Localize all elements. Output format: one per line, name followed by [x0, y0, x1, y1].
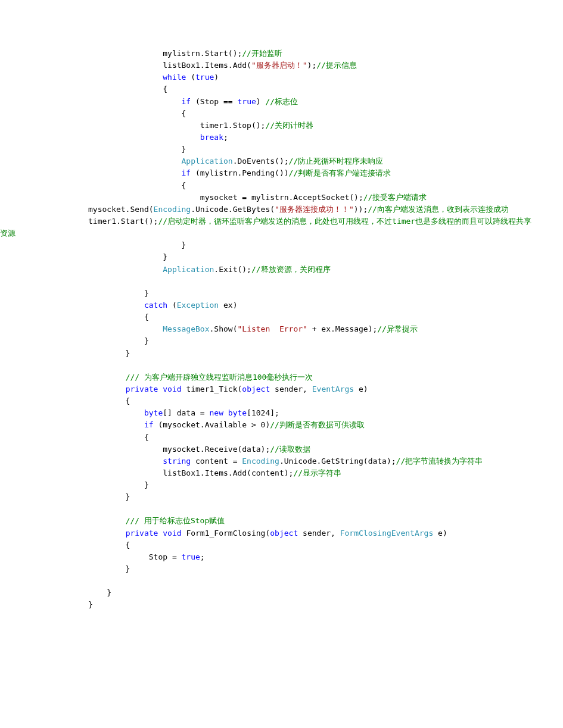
code-text: + ex.Message); [307, 324, 377, 333]
code-text: ; [200, 552, 205, 561]
code-comment: //关闭计时器 [265, 121, 313, 130]
code-comment: //把字节流转换为字符串 [396, 457, 483, 465]
code-text: .Unicode.GetBytes( [191, 205, 275, 214]
code-text [88, 73, 163, 82]
code-text [88, 385, 126, 393]
code-keyword: true [182, 552, 200, 561]
code-text: e) [354, 385, 368, 393]
code-text: .Exit(); [214, 265, 251, 274]
code-text: } [88, 349, 130, 358]
code-keyword: break [200, 133, 223, 142]
code-text: { [88, 433, 149, 442]
code-text [88, 157, 182, 165]
code-text: } [88, 588, 111, 597]
code-type: Encoding [154, 205, 191, 214]
code-comment: /// 为客户端开辟独立线程监听消息100毫秒执行一次 [126, 373, 313, 382]
code-type: FormClosingEventArgs [340, 529, 434, 538]
code-text: )); [354, 205, 368, 214]
code-text [88, 265, 163, 274]
code-text: .DoEvents(); [233, 157, 289, 165]
document-page: mylistrn.Start();//开始监听 listBox1.Items.A… [0, 0, 563, 728]
code-text: } [88, 252, 167, 261]
code-keyword: if [182, 168, 191, 177]
code-text: listBox1.Items.Add(content); [88, 468, 293, 477]
code-text [88, 516, 126, 525]
code-text: [] data = [163, 408, 209, 417]
code-text: mysocket.Receive(data); [88, 445, 270, 454]
code-text: { [88, 313, 149, 321]
code-text [88, 373, 126, 382]
code-type: EventArgs [312, 385, 354, 393]
code-text: ) [256, 97, 266, 106]
code-text [88, 133, 200, 142]
code-block: mylistrn.Start();//开始监听 listBox1.Items.A… [0, 48, 563, 611]
code-text [88, 408, 144, 417]
code-text: { [88, 396, 130, 405]
code-text: { [88, 540, 130, 549]
code-keyword: private [126, 385, 158, 393]
code-keyword: new [210, 408, 223, 417]
code-text: { [88, 85, 167, 93]
code-comment: //判断是否有客户端连接请求 [289, 168, 391, 177]
code-wrapped-line: mysocket.Send(Encoding.Unicode.GetBytes(… [0, 204, 563, 215]
code-keyword: object [242, 385, 270, 393]
code-keyword: void [158, 529, 181, 538]
code-text: sender, [298, 529, 340, 538]
code-text: timer1_Tick( [182, 385, 242, 393]
code-comment: //判断是否有数据可供读取 [270, 420, 365, 429]
code-string: "Listen Error" [237, 324, 307, 333]
code-comment: //释放资源，关闭程序 [251, 265, 331, 274]
code-keyword: string [163, 457, 191, 465]
code-text: ); [307, 61, 317, 70]
code-text [88, 301, 144, 310]
code-text [88, 168, 182, 177]
code-keyword: true [237, 97, 256, 106]
code-text [223, 408, 228, 417]
code-text: (mysocket.Available > 0) [154, 420, 270, 429]
code-comment: //标志位 [265, 97, 298, 106]
code-comment: //接受客户端请求 [363, 193, 427, 202]
code-type: Application [163, 265, 214, 274]
code-text: { [88, 109, 186, 118]
code-text: listBox1.Items.Add( [88, 61, 251, 70]
code-text: ( [167, 301, 177, 310]
code-text: } [88, 336, 149, 345]
code-comment: /// 用于给标志位Stop赋值 [126, 516, 225, 525]
code-keyword: byte [228, 408, 247, 417]
code-text: .Show( [210, 324, 238, 333]
code-text: } [88, 289, 149, 298]
code-text [88, 457, 163, 465]
code-keyword: void [158, 385, 181, 393]
code-text: (Stop == [191, 97, 237, 106]
code-text: mysocket.Send( [88, 205, 154, 214]
code-comment: //读取数据 [270, 445, 310, 454]
code-comment: //防止死循环时程序未响应 [289, 157, 384, 165]
code-text: } [88, 492, 130, 501]
code-keyword: catch [144, 301, 167, 310]
code-text: mylistrn.Start(); [88, 49, 242, 58]
code-text: } [88, 145, 186, 154]
code-comment: //启动定时器，循环监听客户端发送的消息，此处也可用线程，不过timer也是多线… [0, 217, 531, 238]
code-text: content = [191, 457, 242, 465]
code-text: timer1.Stop(); [88, 121, 265, 130]
code-keyword: if [182, 97, 191, 106]
code-text: Form1_FormClosing( [182, 529, 270, 538]
code-text [88, 529, 126, 538]
code-text: ( [186, 73, 195, 82]
code-text: sender, [270, 385, 312, 393]
code-text: } [88, 600, 93, 609]
code-text: } [88, 480, 149, 489]
code-string: "服务器连接成功！！" [275, 205, 354, 214]
code-keyword: object [270, 529, 298, 538]
code-keyword: if [144, 420, 154, 429]
code-string: "服务器启动！" [251, 61, 307, 70]
code-text: ex) [219, 301, 237, 310]
code-type: Exception [177, 301, 219, 310]
code-comment: //开始监听 [242, 49, 282, 58]
code-text: ; [223, 133, 228, 142]
code-keyword: true [195, 73, 214, 82]
code-text: [1024]; [247, 408, 279, 417]
code-text: } [88, 564, 130, 573]
code-wrapped-line: timer1.Start();//启动定时器，循环监听客户端发送的消息，此处也可… [0, 215, 563, 239]
code-text: timer1.Start(); [88, 217, 158, 226]
